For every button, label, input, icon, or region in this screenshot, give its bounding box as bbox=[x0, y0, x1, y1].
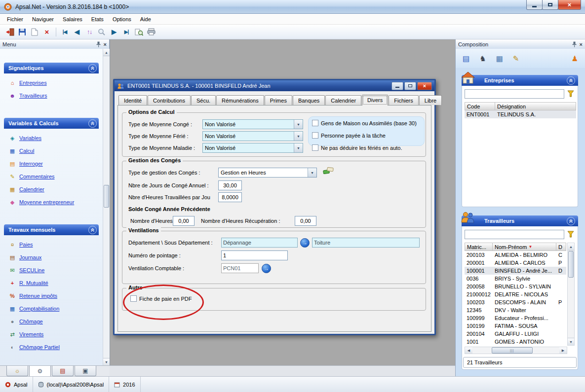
section-travaux-header[interactable]: Travaux mensuels bbox=[4, 224, 99, 235]
notes-icon[interactable] bbox=[323, 167, 334, 175]
tab-secu[interactable]: Sécu. bbox=[191, 95, 216, 105]
collapse-chevron-icon[interactable] bbox=[567, 217, 575, 225]
menu-naviguer[interactable]: Naviguer bbox=[28, 15, 58, 24]
ventilation-comptable-field[interactable] bbox=[221, 263, 259, 273]
table-row[interactable]: 1001GOMES - ANTONIO bbox=[465, 338, 566, 346]
collapse-chevron-icon[interactable] bbox=[88, 64, 97, 72]
tab-books-icon[interactable]: ▤ bbox=[52, 366, 74, 376]
scroll-down-icon[interactable]: ▼ bbox=[568, 338, 574, 345]
scroll-left-icon[interactable]: ◀ bbox=[465, 347, 472, 354]
chevron-down-icon[interactable]: ▼ bbox=[294, 132, 303, 141]
user-icon[interactable]: ♟ bbox=[572, 54, 578, 63]
last-record-icon[interactable]: ▶| bbox=[120, 26, 132, 38]
collapse-chevron-icon[interactable] bbox=[88, 226, 97, 234]
menu-options[interactable]: Options bbox=[108, 15, 136, 24]
column-matricule[interactable]: Matric... bbox=[465, 243, 493, 251]
sidebar-item-moyenne-entrepreneur[interactable]: ◆ Moyenne entrepreneur bbox=[4, 196, 99, 209]
sidebar-item-chomage[interactable]: ● Chômage bbox=[4, 315, 99, 328]
sidebar-item-calendrier[interactable]: ▦ Calendrier bbox=[4, 183, 99, 196]
sidebar-item-mutualite[interactable]: + R. Mutualité bbox=[4, 277, 99, 289]
column-d[interactable]: D bbox=[556, 243, 566, 251]
table-row-selected[interactable]: 100001BINSFELD - André Je...D bbox=[465, 267, 566, 275]
maximize-button[interactable] bbox=[542, 0, 558, 10]
close-button[interactable]: × bbox=[558, 0, 581, 10]
table-row[interactable]: 0036BRIYS - Sylvie bbox=[465, 275, 566, 283]
sidebar-item-interroger[interactable]: ▤ Interroger bbox=[4, 157, 99, 170]
dialog-maximize-button[interactable] bbox=[404, 82, 416, 90]
sidebar-item-seculine[interactable]: ✉ SECULine bbox=[4, 264, 99, 277]
tab-gears-icon[interactable]: ⚙ bbox=[29, 366, 51, 377]
table-row[interactable]: 200104GALAFFU - LUIGI bbox=[465, 330, 566, 338]
dialog-close-button[interactable]: × bbox=[417, 82, 432, 90]
first-record-icon[interactable]: |◀ bbox=[59, 26, 71, 38]
sidebar-item-paies[interactable]: ¤ Paies bbox=[4, 238, 99, 251]
personne-payee-tache-checkbox[interactable]: Personne payée à la tâche bbox=[312, 132, 386, 139]
travailleurs-filter-input[interactable] bbox=[465, 230, 564, 239]
travailleurs-hscrollbar[interactable]: ◀ ||| ▶ bbox=[465, 347, 567, 354]
tab-contributions[interactable]: Contributions bbox=[148, 95, 191, 105]
entreprises-filter-input[interactable] bbox=[465, 89, 564, 99]
menu-salaires[interactable]: Salaires bbox=[58, 15, 87, 24]
heures-travaillees-jour-field[interactable] bbox=[218, 192, 242, 202]
numero-pointage-field[interactable] bbox=[221, 250, 288, 260]
preview-icon[interactable] bbox=[133, 26, 145, 38]
travailleurs-section-header[interactable]: Travailleurs bbox=[462, 215, 578, 226]
table-row[interactable]: ENT0001 TELINDUS S.A. bbox=[465, 110, 576, 118]
exit-icon[interactable] bbox=[4, 26, 16, 38]
search-icon[interactable] bbox=[96, 26, 108, 38]
sidebar-item-calcul[interactable]: ▦ Calcul bbox=[4, 144, 99, 157]
scrollbar-thumb[interactable] bbox=[104, 185, 109, 208]
panel-close-icon[interactable]: × bbox=[104, 42, 107, 47]
column-designation[interactable]: Désignation bbox=[495, 102, 576, 110]
tab-calendrier[interactable]: Calendrier bbox=[325, 95, 361, 105]
dialog-minimize-button[interactable] bbox=[391, 82, 403, 90]
table-row[interactable]: 200103ALMEIDA - BELMIROC bbox=[465, 251, 566, 259]
tab-divers[interactable]: Divers bbox=[362, 95, 388, 106]
sidebar-item-travailleurs[interactable]: ☻ Travailleurs bbox=[4, 89, 99, 102]
sidebar-item-journaux[interactable]: ▤ Journaux bbox=[4, 251, 99, 264]
print-icon[interactable] bbox=[145, 26, 157, 38]
sidebar-item-virements[interactable]: ⇄ Virements bbox=[4, 328, 99, 341]
sidebar-item-variables[interactable]: ◈ Variables bbox=[4, 132, 99, 144]
lookup-arrow-icon[interactable]: → bbox=[262, 264, 271, 273]
type-gestion-conges-combo[interactable]: Gestion en Heures ▼ bbox=[218, 168, 317, 178]
menu-aide[interactable]: Aide bbox=[136, 15, 156, 24]
stats-icon[interactable]: ♞ bbox=[479, 54, 486, 63]
section-signaletiques-header[interactable]: Signaletiques bbox=[4, 63, 99, 73]
moyenne-conge-combo[interactable]: Non Valorisé ▼ bbox=[202, 119, 303, 129]
scroll-right-icon[interactable]: ▶ bbox=[559, 347, 567, 354]
nombre-heures-field[interactable] bbox=[173, 216, 195, 226]
scroll-down-icon[interactable]: ▼ bbox=[103, 358, 110, 365]
scroll-up-icon[interactable]: ▲ bbox=[103, 49, 110, 56]
sort-updown-icon[interactable]: ↑↓ bbox=[83, 26, 95, 38]
jours-conge-annuel-field[interactable] bbox=[218, 180, 242, 190]
scrollbar-thumb[interactable] bbox=[568, 251, 574, 278]
departement-field[interactable] bbox=[221, 238, 298, 248]
tab-printer-icon[interactable]: ▣ bbox=[75, 366, 96, 376]
edit-icon[interactable]: ✎ bbox=[513, 54, 519, 63]
travailleurs-vscrollbar[interactable]: ▲ ▼ bbox=[567, 243, 575, 346]
pin-icon[interactable] bbox=[572, 41, 577, 47]
gens-maison-checkbox[interactable]: Gens de Maison ou Assimilés (base 30) bbox=[312, 120, 417, 126]
chevron-down-icon[interactable]: ▼ bbox=[294, 120, 303, 129]
table-row[interactable]: 100203DESCOMPS - ALAINP bbox=[465, 298, 566, 306]
filter-funnel-icon[interactable] bbox=[566, 89, 575, 98]
sous-departement-field[interactable] bbox=[312, 238, 420, 248]
ne-pas-deduire-feries-checkbox[interactable]: Ne pas déduire les fériés en auto. bbox=[312, 144, 402, 151]
scroll-up-icon[interactable]: ▲ bbox=[568, 243, 574, 250]
table-row[interactable]: 100199FATIMA - SOUSA bbox=[465, 322, 566, 330]
sidebar-item-retenue-impots[interactable]: % Retenue impôts bbox=[4, 289, 99, 302]
entreprises-section-header[interactable]: Entreprises bbox=[462, 75, 578, 86]
table-row[interactable]: 200058BRUNELLO - SYLVAIN bbox=[465, 283, 566, 290]
next-record-icon[interactable]: ▶ bbox=[108, 26, 120, 38]
chevron-down-icon[interactable]: ▼ bbox=[294, 143, 303, 152]
chevron-down-icon[interactable]: ▼ bbox=[308, 168, 316, 177]
tab-banques[interactable]: Banques bbox=[293, 95, 325, 105]
scrollbar-thumb[interactable]: ||| bbox=[492, 347, 533, 354]
fiche-paie-pdf-checkbox[interactable]: Fiche de paie en PDF bbox=[130, 295, 192, 302]
table-row[interactable]: 100999Educateur - Professi... bbox=[465, 314, 566, 322]
tab-fichiers[interactable]: Fichiers bbox=[389, 95, 419, 105]
menu-scrollbar[interactable]: ▲ ▼ bbox=[103, 49, 110, 365]
pin-icon[interactable] bbox=[96, 41, 101, 47]
tab-globe-icon[interactable]: ☼ bbox=[6, 366, 28, 376]
